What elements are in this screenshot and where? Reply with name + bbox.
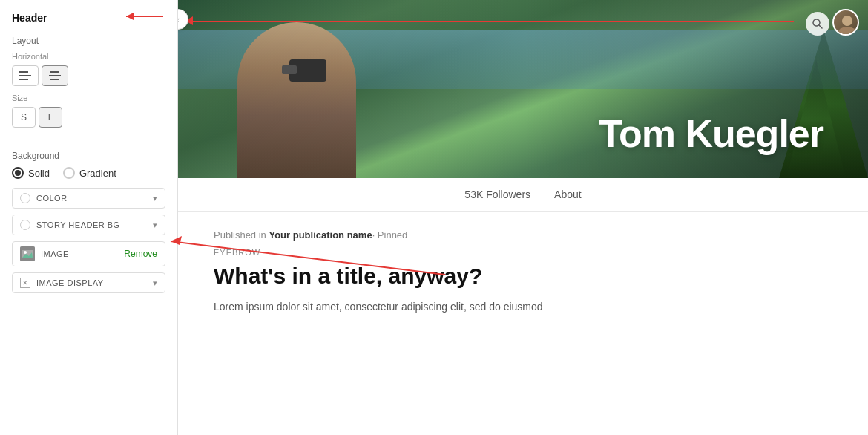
publication-name: Your publication name	[269, 229, 372, 241]
story-header-label: STORY HEADER BG	[36, 220, 153, 229]
image-display-dropdown[interactable]: ✕ IMAGE DISPLAY ▾	[12, 272, 165, 293]
layout-label: Layout	[12, 36, 165, 46]
size-large-btn[interactable]: L	[39, 107, 62, 128]
nav-bar: 53K Followers About	[178, 178, 868, 212]
solid-radio-circle	[12, 167, 24, 179]
svg-point-8	[24, 251, 27, 254]
published-prefix: Published in	[214, 229, 269, 241]
color-dot	[20, 193, 30, 203]
avatar[interactable]	[832, 9, 859, 36]
color-label: COLOR	[36, 194, 153, 203]
svg-rect-4	[49, 75, 61, 76]
svg-rect-5	[50, 79, 59, 80]
main-area: Published in Your publication name· Pinn…	[178, 212, 868, 435]
header-banner: Tom Kuegler ‹	[178, 0, 868, 178]
story-header-bg-dropdown[interactable]: STORY HEADER BG ▾	[12, 215, 165, 235]
gradient-label: Gradient	[79, 168, 116, 179]
remove-image-link[interactable]: Remove	[124, 249, 157, 259]
image-row[interactable]: IMAGE Remove	[12, 241, 165, 266]
gradient-radio[interactable]: Gradient	[63, 167, 116, 179]
solid-radio[interactable]: Solid	[12, 167, 50, 179]
image-display-label: IMAGE DISPLAY	[36, 278, 153, 287]
svg-rect-0	[19, 71, 28, 73]
color-dropdown[interactable]: COLOR ▾	[12, 188, 165, 209]
background-section: Background Solid Gradient COLOR ▾ STORY …	[12, 151, 165, 293]
right-content: Tom Kuegler ‹ 53K Followers About Publis…	[178, 0, 868, 435]
gradient-radio-circle	[63, 167, 75, 179]
article-title: What's in a title, anyway?	[214, 263, 832, 290]
size-button-group: S L	[12, 107, 165, 128]
svg-line-11	[819, 25, 822, 28]
background-radio-group: Solid Gradient	[12, 167, 165, 179]
divider	[12, 140, 165, 140]
horizontal-button-group	[12, 65, 165, 86]
background-label: Background	[12, 151, 165, 161]
image-display-chevron-icon: ▾	[153, 278, 157, 288]
banner-title: Tom Kuegler	[599, 111, 823, 156]
size-label: Size	[12, 94, 165, 102]
left-panel: Header Layout Horizontal Size S L Backgr…	[0, 0, 178, 435]
size-small-btn[interactable]: S	[12, 107, 36, 128]
horizontal-left-btn[interactable]	[12, 65, 39, 86]
image-thumbnail	[20, 246, 35, 261]
nav-followers[interactable]: 53K Followers	[464, 189, 530, 200]
layout-section: Layout Horizontal Size S L	[12, 36, 165, 128]
horizontal-label: Horizontal	[12, 52, 165, 61]
story-header-dot	[20, 220, 30, 230]
nav-about[interactable]: About	[554, 189, 582, 200]
svg-rect-2	[19, 79, 28, 80]
horizontal-center-btn[interactable]	[42, 65, 68, 86]
svg-rect-3	[50, 71, 59, 73]
image-label: IMAGE	[41, 249, 124, 258]
panel-title: Header	[12, 12, 165, 24]
search-button[interactable]	[806, 12, 829, 36]
svg-point-12	[842, 16, 852, 26]
svg-rect-1	[19, 75, 31, 76]
color-chevron-icon: ▾	[153, 194, 157, 203]
article-eyebrow: EYEBROW	[214, 248, 832, 257]
solid-label: Solid	[28, 168, 50, 179]
published-line: Published in Your publication name· Pinn…	[214, 229, 832, 241]
story-header-chevron-icon: ▾	[153, 220, 157, 230]
pinned-label: · Pinned	[372, 229, 408, 241]
image-display-x-icon: ✕	[20, 278, 30, 288]
article-body: Lorem ipsum dolor sit amet, consectetur …	[214, 298, 832, 315]
